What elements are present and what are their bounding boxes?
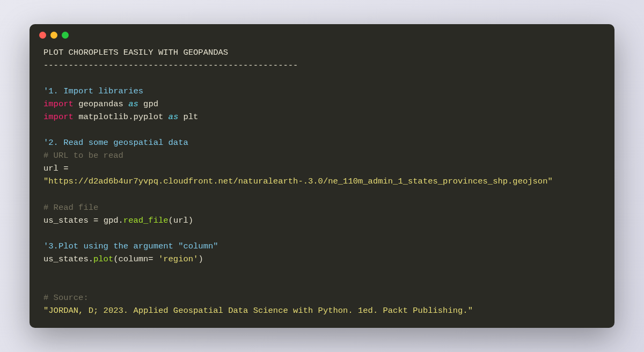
alias: plt [184, 112, 199, 122]
terminal-window: PLOT CHOROPLETS EASILY WITH GEOPANDAS --… [30, 24, 614, 327]
kwarg: column [119, 254, 149, 264]
section-1-label: '1. Import libraries [43, 86, 143, 96]
module-name: matplotlib.pyplot [78, 112, 163, 122]
paren: ( [113, 254, 118, 264]
comment: # URL to be read [43, 151, 123, 160]
as-keyword: as [128, 99, 138, 109]
window-titlebar [30, 24, 614, 42]
object: us_states. [43, 254, 93, 264]
string-literal: 'region' [158, 254, 198, 264]
argument: url [173, 216, 188, 225]
object: gpd. [104, 216, 123, 225]
alias: gpd [143, 99, 158, 109]
operator: = [58, 164, 74, 173]
paren: ) [188, 216, 193, 225]
as-keyword: as [169, 112, 179, 122]
variable: us_states [43, 216, 89, 225]
source-citation: "JORDAN, D; 2023. Applied Geospatial Dat… [43, 306, 473, 316]
variable: url [43, 164, 58, 173]
section-2-label: '2. Read some geospatial data [43, 138, 188, 148]
paren: ) [198, 254, 203, 264]
maximize-icon[interactable] [62, 32, 69, 39]
function-call: read_file [123, 216, 169, 225]
import-keyword: import [43, 112, 74, 122]
code-title: PLOT CHOROPLETS EASILY WITH GEOPANDAS [43, 48, 228, 57]
string-literal: "https://d2ad6b4ur7yvpq.cloudfront.net/n… [43, 177, 553, 186]
operator: = [89, 216, 104, 225]
module-name: geopandas [78, 99, 123, 109]
comment: # Read file [43, 203, 98, 212]
close-icon[interactable] [39, 32, 46, 39]
minimize-icon[interactable] [50, 32, 57, 39]
operator: = [148, 254, 158, 264]
paren: ( [169, 216, 173, 225]
code-block: PLOT CHOROPLETS EASILY WITH GEOPANDAS --… [30, 42, 614, 327]
comment: # Source: [43, 293, 89, 303]
section-3-label: '3.Plot using the argument "column" [43, 241, 218, 251]
divider: ----------------------------------------… [43, 61, 298, 70]
function-call: plot [93, 254, 113, 264]
import-keyword: import [43, 99, 74, 109]
